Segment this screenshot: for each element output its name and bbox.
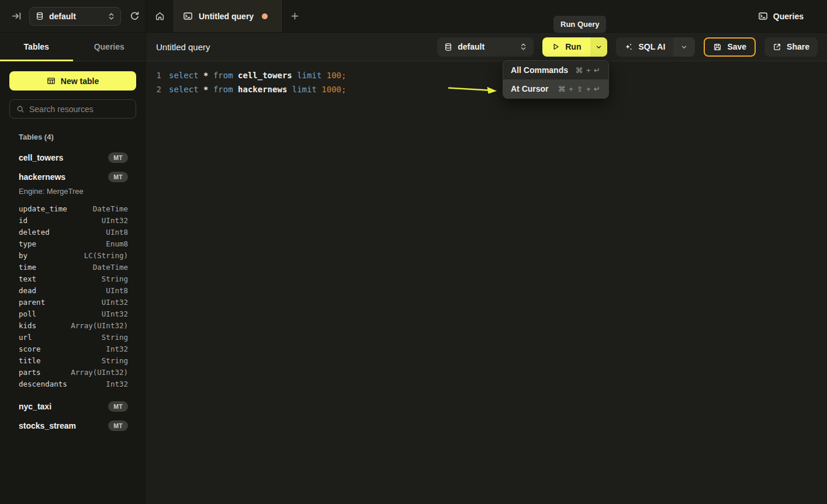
table-row-stocks_stream[interactable]: stocks_streamMT <box>19 416 128 435</box>
table-engine-label: Engine: MergeTree <box>19 187 128 196</box>
sql-ai-button[interactable]: SQL AI <box>616 37 673 57</box>
chevron-down-icon <box>596 44 602 50</box>
queries-terminal-icon <box>758 11 768 21</box>
column-type: Enum8 <box>106 239 128 248</box>
sidebar-tab-queries-label: Queries <box>94 42 124 51</box>
column-row-deleted: deletedUInt8 <box>19 226 128 238</box>
column-type: Array(UInt32) <box>71 321 128 330</box>
search-icon <box>16 105 25 113</box>
table-name: cell_towers <box>19 153 63 162</box>
queries-link-label: Queries <box>773 12 804 21</box>
column-row-url: urlString <box>19 331 128 343</box>
column-name: dead <box>19 286 36 295</box>
menu-item-label: At Cursor <box>511 84 549 93</box>
token-kw: from <box>213 71 238 80</box>
search-input[interactable] <box>29 105 135 114</box>
code-text: select * from hackernews limit 1000; <box>161 82 346 96</box>
column-type: DateTime <box>93 204 128 213</box>
table-columns: update_timeDateTimeidUInt32deletedUInt8t… <box>19 203 128 390</box>
token-kw: limit <box>292 85 322 94</box>
column-name: title <box>19 356 41 365</box>
token-num: 100; <box>327 71 347 80</box>
plus-icon <box>290 12 299 20</box>
token-ident: hackernews <box>238 85 292 94</box>
table-row-hackernews[interactable]: hackernewsMT <box>19 167 128 186</box>
sql-console-app: default Untitled query <box>0 0 827 504</box>
database-icon <box>36 12 44 20</box>
line-number: 2 <box>146 82 161 96</box>
column-row-update_time: update_timeDateTime <box>19 203 128 214</box>
column-name: url <box>19 333 32 342</box>
home-icon <box>155 11 165 21</box>
column-row-poll: pollUInt32 <box>19 308 128 319</box>
save-floppy-icon <box>713 43 722 51</box>
run-button[interactable]: Run <box>542 37 590 57</box>
refresh-icon[interactable] <box>130 11 140 21</box>
query-title: Untitled query <box>156 42 210 52</box>
sidebar-tab-queries[interactable]: Queries <box>73 33 146 61</box>
code-text: select * from cell_towers limit 100; <box>161 68 346 82</box>
column-name: deleted <box>19 228 50 237</box>
code-line-1: 1select * from cell_towers limit 100; <box>146 68 827 82</box>
toolbar-database-selector[interactable]: default <box>437 37 534 57</box>
table-grid-icon <box>47 77 56 85</box>
token-kw: limit <box>297 71 327 80</box>
table-row-nyc_taxi[interactable]: nyc_taxiMT <box>19 397 128 416</box>
new-table-button[interactable]: New table <box>9 71 136 91</box>
search-box <box>9 99 136 119</box>
new-table-label: New table <box>61 77 99 86</box>
token-kw: from <box>213 85 238 94</box>
sidebar-tabs: Tables Queries <box>0 33 146 61</box>
new-tab-button[interactable] <box>282 0 307 32</box>
column-type: String <box>102 356 128 365</box>
save-button-label: Save <box>727 42 746 51</box>
queries-link[interactable]: Queries <box>758 0 827 32</box>
sql-ai-label: SQL AI <box>638 42 665 51</box>
token-ident: cell_towers <box>238 71 297 80</box>
database-selector[interactable]: default <box>29 7 121 26</box>
tab-strip: Untitled query Queries <box>146 0 827 32</box>
sidebar-tab-tables[interactable]: Tables <box>0 33 73 61</box>
menu-item-all-commands[interactable]: All Commands⌘ + ↵ <box>503 61 608 79</box>
toolbar-database-value: default <box>458 42 485 51</box>
column-name: type <box>19 239 36 248</box>
token-kw: select <box>169 85 203 94</box>
column-name: text <box>19 274 36 283</box>
run-options-dropdown[interactable] <box>590 37 607 57</box>
sidebar-body: New table <box>0 61 146 119</box>
table-row-cell_towers[interactable]: cell_towersMT <box>19 148 128 167</box>
run-button-label: Run <box>565 42 581 51</box>
engine-badge: MT <box>108 401 128 412</box>
column-name: score <box>19 345 41 353</box>
run-query-tooltip: Run Query <box>553 16 606 33</box>
run-button-group: Run <box>542 37 607 57</box>
column-row-text: textString <box>19 273 128 284</box>
home-tab[interactable] <box>146 0 174 32</box>
run-query-tooltip-label: Run Query <box>560 20 599 29</box>
sidebar-tab-tables-label: Tables <box>24 42 49 51</box>
column-name: poll <box>19 310 36 318</box>
column-row-parent: parentUInt32 <box>19 296 128 308</box>
column-type: UInt32 <box>102 216 128 225</box>
sidebar-collapse-icon[interactable] <box>12 11 22 21</box>
column-row-id: idUInt32 <box>19 214 128 226</box>
table-name: stocks_stream <box>19 421 76 430</box>
column-type: Array(UInt32) <box>71 368 128 377</box>
column-row-kids: kidsArray(UInt32) <box>19 319 128 331</box>
column-row-by: byLC(String) <box>19 249 128 261</box>
share-button[interactable]: Share <box>764 37 818 57</box>
column-name: parent <box>19 298 45 307</box>
column-row-parts: partsArray(UInt32) <box>19 366 128 378</box>
column-row-dead: deadUInt8 <box>19 284 128 296</box>
column-row-time: timeDateTime <box>19 261 128 273</box>
column-type: LC(String) <box>84 251 128 260</box>
chevron-down-icon <box>681 44 687 50</box>
sparkles-icon <box>624 43 633 51</box>
menu-item-at-cursor[interactable]: At Cursor⌘ + ⇧ + ↵ <box>503 79 608 98</box>
table-name: hackernews <box>19 172 65 182</box>
unsaved-changes-dot <box>262 13 268 19</box>
save-button[interactable]: Save <box>704 37 756 57</box>
token-num: 1000; <box>321 85 346 94</box>
tab-untitled-query[interactable]: Untitled query <box>174 0 282 32</box>
sql-ai-dropdown[interactable] <box>673 37 695 57</box>
